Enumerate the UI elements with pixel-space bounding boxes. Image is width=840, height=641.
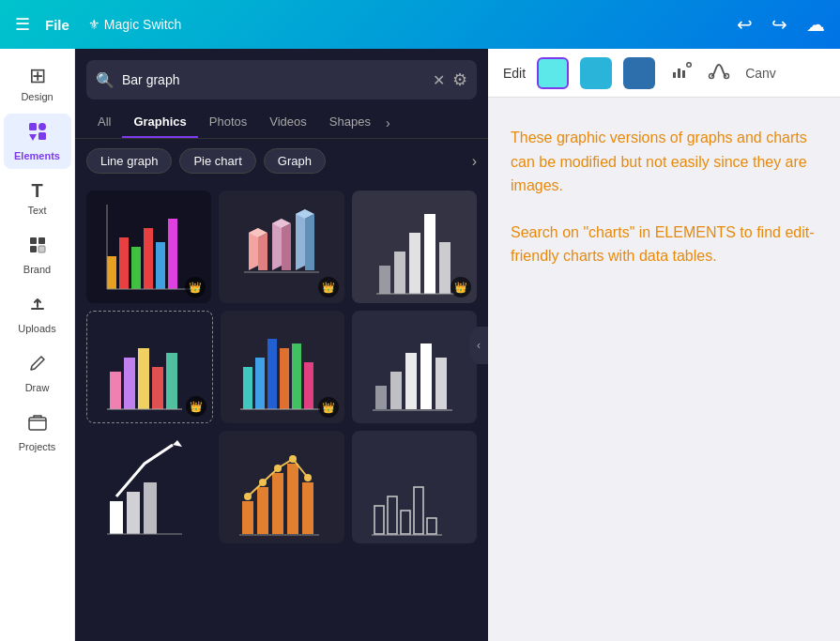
svg-rect-13 xyxy=(156,242,165,289)
svg-point-1 xyxy=(38,123,46,130)
svg-rect-29 xyxy=(409,233,420,294)
hamburger-icon[interactable]: ☰ xyxy=(15,14,30,35)
sidebar-item-brand[interactable]: Brand xyxy=(4,227,71,282)
svg-rect-46 xyxy=(375,386,387,409)
sidebar-item-draw[interactable]: Draw xyxy=(4,345,71,401)
sidebar: ⊞ Design Elements T Text xyxy=(0,49,75,641)
info-panel: These graphic versions of graphs and cha… xyxy=(488,98,840,319)
category-tabs: All Graphics Photos Videos Shapes › xyxy=(75,107,488,139)
search-input[interactable] xyxy=(122,72,425,87)
cloud-save-button[interactable]: ☁ xyxy=(806,13,825,36)
tab-graphics[interactable]: Graphics xyxy=(122,107,197,138)
brand-icon xyxy=(27,235,48,261)
edit-label: Edit xyxy=(503,66,526,81)
sidebar-item-projects[interactable]: Projects xyxy=(4,404,71,460)
sidebar-item-elements[interactable]: Elements xyxy=(4,114,71,169)
svg-rect-71 xyxy=(414,487,423,534)
svg-rect-74 xyxy=(673,72,676,78)
svg-rect-50 xyxy=(435,358,447,409)
result-item-5[interactable]: 👑 xyxy=(221,311,345,423)
search-filter-button[interactable]: ⚙ xyxy=(452,69,467,90)
svg-point-78 xyxy=(688,63,691,66)
result-item-8[interactable] xyxy=(219,431,344,543)
design-icon: ⊞ xyxy=(29,64,46,88)
search-icon: 🔍 xyxy=(96,71,115,89)
tab-shapes[interactable]: Shapes xyxy=(318,107,382,138)
svg-rect-39 xyxy=(243,367,252,409)
crown-badge-4: 👑 xyxy=(186,396,206,417)
elements-panel: 🔍 ✕ ⚙ All Graphics Photos Videos Shapes … xyxy=(75,49,488,641)
grid-row-2: 👑 👑 xyxy=(86,311,477,423)
svg-rect-11 xyxy=(131,247,141,289)
tab-videos[interactable]: Videos xyxy=(258,107,318,138)
color-swatch-3[interactable] xyxy=(623,57,655,89)
svg-rect-36 xyxy=(152,367,163,409)
result-item-7[interactable] xyxy=(86,431,211,543)
panel-collapse-button[interactable]: ‹ xyxy=(469,327,488,364)
svg-rect-68 xyxy=(374,506,384,534)
crown-badge-1: 👑 xyxy=(185,277,206,298)
redo-button[interactable]: ↪ xyxy=(771,13,787,36)
grid-row-3 xyxy=(86,431,477,543)
svg-rect-14 xyxy=(168,219,177,289)
sidebar-item-text[interactable]: T Text xyxy=(4,173,71,223)
svg-rect-35 xyxy=(138,348,149,409)
svg-marker-2 xyxy=(29,134,37,141)
sidebar-label-design: Design xyxy=(21,91,53,102)
file-menu[interactable]: File xyxy=(45,17,69,33)
result-item-9[interactable] xyxy=(352,431,477,543)
projects-icon xyxy=(27,412,48,438)
undo-button[interactable]: ↩ xyxy=(737,13,753,36)
svg-rect-58 xyxy=(257,487,268,534)
magic-switch-button[interactable]: Magic Switch xyxy=(88,17,181,32)
chart-edit-icon[interactable] xyxy=(670,59,693,87)
sidebar-label-uploads: Uploads xyxy=(18,323,55,334)
tab-all[interactable]: All xyxy=(86,107,122,138)
svg-rect-72 xyxy=(427,518,436,534)
svg-rect-70 xyxy=(401,511,410,534)
svg-rect-76 xyxy=(682,70,685,78)
result-item-3[interactable]: 👑 xyxy=(352,191,477,303)
svg-rect-60 xyxy=(287,464,298,534)
grid-row-1: 👑 👑 xyxy=(86,191,477,303)
elements-icon xyxy=(27,121,48,147)
tabs-next-arrow[interactable]: › xyxy=(386,115,390,130)
svg-rect-12 xyxy=(144,228,153,289)
svg-rect-44 xyxy=(304,362,313,409)
svg-rect-43 xyxy=(292,343,301,409)
result-item-1[interactable]: 👑 xyxy=(86,191,211,303)
filter-line-graph[interactable]: Line graph xyxy=(86,148,172,174)
crown-badge-3: 👑 xyxy=(451,277,471,298)
svg-marker-22 xyxy=(282,223,291,270)
result-item-2[interactable]: 👑 xyxy=(219,191,344,303)
sidebar-label-text: Text xyxy=(27,205,46,216)
uploads-icon xyxy=(27,294,48,320)
color-swatch-2[interactable] xyxy=(580,57,612,89)
search-clear-button[interactable]: ✕ xyxy=(433,71,445,89)
tab-photos[interactable]: Photos xyxy=(198,107,258,138)
filter-next-arrow[interactable]: › xyxy=(472,153,477,170)
svg-rect-40 xyxy=(255,358,265,409)
result-item-6[interactable] xyxy=(352,311,477,423)
svg-rect-4 xyxy=(30,237,37,244)
filter-graph[interactable]: Graph xyxy=(264,148,326,174)
svg-marker-19 xyxy=(258,233,267,270)
svg-rect-41 xyxy=(267,339,277,409)
color-swatch-1[interactable] xyxy=(537,57,569,89)
svg-rect-31 xyxy=(439,242,451,294)
sidebar-item-uploads[interactable]: Uploads xyxy=(4,286,71,342)
svg-rect-7 xyxy=(38,246,45,252)
path-edit-icon[interactable] xyxy=(708,59,730,87)
svg-rect-59 xyxy=(272,473,283,534)
filter-pie-chart[interactable]: Pie chart xyxy=(179,148,255,174)
svg-rect-52 xyxy=(110,501,123,534)
svg-rect-42 xyxy=(280,348,289,409)
sidebar-item-design[interactable]: ⊞ Design xyxy=(4,56,71,110)
draw-icon xyxy=(27,353,48,379)
result-item-4[interactable]: 👑 xyxy=(86,311,213,423)
svg-rect-30 xyxy=(424,214,435,294)
svg-rect-48 xyxy=(405,353,417,409)
svg-rect-75 xyxy=(678,69,680,78)
crown-badge-5: 👑 xyxy=(318,397,339,418)
svg-rect-0 xyxy=(29,123,37,130)
